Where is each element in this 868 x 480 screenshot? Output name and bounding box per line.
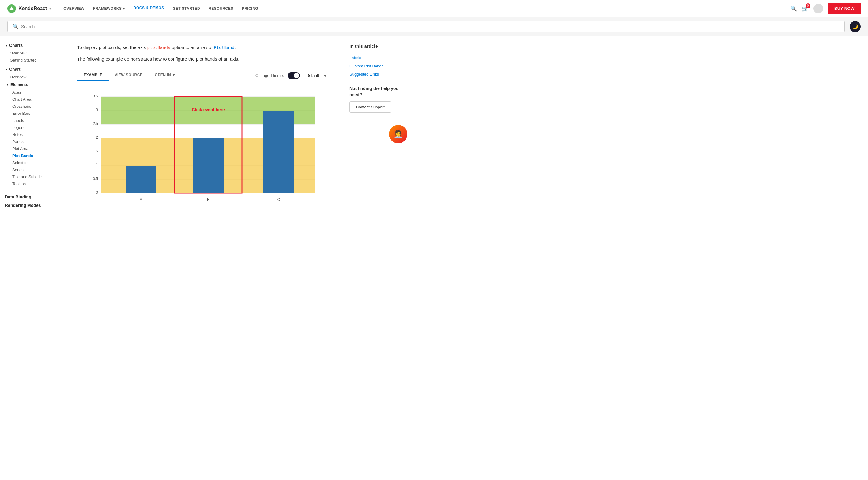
sidebar-plot-area[interactable]: Plot Area (0, 145, 67, 152)
sidebar-panes[interactable]: Panes (0, 138, 67, 145)
search-input[interactable] (21, 24, 839, 29)
nav-get-started[interactable]: GET STARTED (173, 6, 200, 11)
main-content: To display plot bands, set the axis plot… (67, 36, 343, 480)
main-nav: OVERVIEW FRAMEWORKS ▾ DOCS & DEMOS GET S… (63, 6, 258, 11)
x-label-a: A (140, 197, 142, 202)
contact-support-button[interactable]: Contact Support (349, 101, 391, 113)
sidebar: ▼ Charts Overview Getting Started ▼ Char… (0, 36, 67, 480)
nav-pricing[interactable]: PRICING (242, 6, 258, 11)
sidebar-tooltips[interactable]: Tooltips (0, 180, 67, 187)
y-label-1-5: 1.5 (93, 149, 98, 153)
theme-select[interactable]: Default (304, 72, 328, 79)
article-link-labels[interactable]: Labels (349, 54, 407, 62)
tab-view-source[interactable]: VIEW SOURCE (109, 70, 149, 81)
dark-mode-button[interactable]: 🌙 (849, 21, 861, 32)
support-avatar: 🧑‍💼 (389, 125, 407, 143)
avatar[interactable] (813, 4, 823, 13)
chart-container: 3.5 3 2.5 2 1.5 1 0.5 0 (78, 82, 333, 217)
chevron-down-icon-elements: ▼ (6, 83, 9, 86)
y-label-2: 2 (96, 135, 98, 139)
sidebar-plot-bands[interactable]: Plot Bands (0, 152, 67, 159)
sidebar-notes[interactable]: Notes (0, 131, 67, 138)
nav-docs[interactable]: DOCS & DEMOS (133, 6, 164, 11)
logo-text: KendoReact (19, 6, 47, 11)
sidebar-labels[interactable]: Labels (0, 117, 67, 124)
nav-resources[interactable]: RESOURCES (209, 6, 234, 11)
search-icon[interactable]: 🔍 (790, 5, 797, 12)
logo-dropdown-icon: ▾ (49, 6, 51, 11)
search-bar-icon: 🔍 (12, 24, 19, 29)
sidebar-selection[interactable]: Selection (0, 159, 67, 166)
x-label-b: B (207, 197, 210, 202)
chevron-down-icon: ▼ (5, 44, 8, 47)
y-label-2-5: 2.5 (93, 122, 98, 126)
sidebar-crosshairs[interactable]: Crosshairs (0, 103, 67, 110)
header: KendoReact ▾ OVERVIEW FRAMEWORKS ▾ DOCS … (0, 0, 868, 17)
code-plot-band: PlotBand (214, 45, 234, 50)
x-label-c: C (278, 197, 280, 202)
y-label-0-5: 0.5 (93, 177, 98, 181)
chart-svg: 3.5 3 2.5 2 1.5 1 0.5 0 (84, 88, 327, 211)
support-avatar-wrapper: 🧑‍💼 (349, 125, 407, 143)
sidebar-section-chart: ▼ Chart Overview ▼ Elements Axes Chart A… (0, 65, 67, 187)
sidebar-item-overview[interactable]: Overview (0, 50, 67, 57)
search-bar: 🔍 🌙 (0, 17, 868, 36)
y-label-3-5: 3.5 (93, 94, 98, 98)
article-link-suggested-links[interactable]: Suggested Links (349, 70, 407, 78)
click-event-label: Click event here (192, 107, 225, 112)
not-finding-title: Not finding the help you need? (349, 86, 407, 98)
sidebar-section-charts: ▼ Charts Overview Getting Started (0, 41, 67, 64)
search-input-wrapper[interactable]: 🔍 (7, 21, 845, 32)
intro-paragraph-1: To display plot bands, set the axis plot… (77, 43, 333, 52)
not-finding-section: Not finding the help you need? Contact S… (349, 86, 407, 113)
theme-toggle[interactable] (288, 72, 300, 79)
theme-select-wrapper[interactable]: Default ▾ (304, 72, 328, 79)
logo[interactable]: KendoReact ▾ (7, 4, 51, 13)
toggle-knob (294, 73, 299, 78)
chevron-down-icon-chart: ▼ (5, 68, 8, 71)
sidebar-charts-title[interactable]: ▼ Charts (0, 41, 67, 50)
code-plot-bands: plotBands (147, 45, 170, 50)
right-panel: In this article Labels Custom Plot Bands… (343, 36, 413, 480)
y-label-1: 1 (96, 163, 98, 167)
svg-marker-0 (9, 6, 14, 10)
sidebar-chart-area[interactable]: Chart Area (0, 96, 67, 103)
buy-now-button[interactable]: BUY NOW (828, 3, 861, 14)
sidebar-error-bars[interactable]: Error Bars (0, 110, 67, 117)
sidebar-chart-overview[interactable]: Overview (0, 73, 67, 81)
in-this-article-title: In this article (349, 43, 407, 49)
nav-overview[interactable]: OVERVIEW (63, 6, 84, 11)
cart-icon-wrapper[interactable]: 🛒 0 (802, 5, 809, 12)
tab-open-in[interactable]: OPEN IN ▾ (149, 70, 181, 81)
sidebar-chart-title[interactable]: ▼ Chart (0, 65, 67, 73)
sidebar-data-binding[interactable]: Data Binding (0, 193, 67, 201)
sidebar-legend[interactable]: Legend (0, 124, 67, 131)
sidebar-item-getting-started[interactable]: Getting Started (0, 57, 67, 64)
open-in-chevron: ▾ (173, 73, 175, 77)
intro-paragraph-2: The following example demonstrates how t… (77, 55, 333, 63)
cart-badge: 0 (806, 3, 810, 8)
nav-frameworks[interactable]: FRAMEWORKS ▾ (93, 6, 125, 11)
tab-example[interactable]: EXAMPLE (78, 70, 109, 81)
sidebar-elements-title[interactable]: ▼ Elements (0, 81, 67, 89)
sidebar-axes[interactable]: Axes (0, 89, 67, 96)
y-label-0: 0 (96, 190, 98, 195)
sidebar-series[interactable]: Series (0, 166, 67, 173)
y-label-3: 3 (96, 108, 98, 112)
demo-tabs: EXAMPLE VIEW SOURCE OPEN IN ▾ Change The… (78, 69, 333, 82)
bar-b[interactable] (193, 138, 224, 193)
sidebar-title-subtitle[interactable]: Title and Subtitle (0, 173, 67, 180)
demo-wrapper: EXAMPLE VIEW SOURCE OPEN IN ▾ Change The… (77, 69, 333, 217)
change-theme-label: Change Theme: (255, 73, 284, 78)
sidebar-rendering-modes[interactable]: Rendering Modes (0, 201, 67, 210)
bar-c[interactable] (264, 110, 294, 193)
logo-icon (7, 4, 16, 13)
bar-a[interactable] (126, 166, 156, 193)
article-link-custom-plot-bands[interactable]: Custom Plot Bands (349, 62, 407, 70)
